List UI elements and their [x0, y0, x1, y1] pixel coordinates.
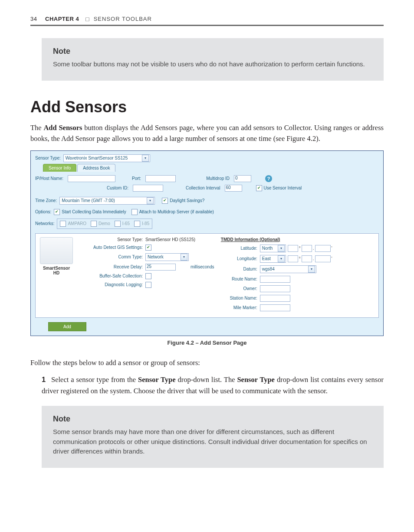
add-button[interactable]: Add: [48, 322, 86, 331]
mile-marker-input[interactable]: [260, 304, 290, 311]
use-sensor-interval-checkbox[interactable]: [256, 185, 262, 191]
options-label: Options:: [35, 209, 51, 214]
help-icon[interactable]: ?: [265, 175, 272, 182]
step1-text-a: Select a sensor type from the: [51, 375, 138, 384]
sensor-image-icon: [40, 237, 73, 264]
minute-symbol: .: [313, 246, 314, 251]
time-zone-label: Time Zone:: [35, 198, 57, 203]
route-name-label: Route Name:: [221, 277, 257, 281]
comm-type-value: Network: [148, 255, 164, 259]
use-sensor-interval-label: Use Sensor Interval: [264, 186, 302, 190]
sensor-type-label: Sensor Type:: [35, 156, 61, 160]
separator-icon: ◻: [85, 16, 90, 22]
network-label: Demo: [99, 221, 110, 226]
multidrop-input[interactable]: 0: [234, 175, 251, 182]
auto-detect-label: Auto Detect GIS Settings:: [80, 245, 143, 250]
network-label: I-65: [122, 221, 130, 226]
lat-sec-input[interactable]: [315, 245, 331, 252]
lon-deg-input[interactable]: [288, 255, 298, 262]
collection-interval-label: Collection Interval: [186, 186, 220, 190]
figure-caption: Figure 4.2 – Add Sensor Page: [30, 339, 384, 346]
comm-type-label: Comm Type:: [80, 255, 143, 259]
attach-multidrop-label: Attach to Multidrop Server (if available…: [139, 209, 214, 214]
note-body: Some sensor brands may have more than on…: [53, 427, 372, 457]
chevron-down-icon: [308, 266, 315, 273]
latitude-label: Latitude:: [221, 246, 257, 251]
second-symbol: ': [332, 256, 332, 261]
comm-type-dropdown[interactable]: Network: [145, 253, 189, 261]
sensor-type-dropdown[interactable]: Wavetronix SmartSensor SS125: [63, 154, 150, 162]
custom-id-input[interactable]: [133, 185, 163, 192]
sensor-detail-panel: SmartSensor HD Sensor Type:SmartSensor H…: [35, 233, 379, 318]
port-label: Port:: [132, 176, 141, 181]
receive-delay-input[interactable]: 25: [145, 264, 176, 271]
daylight-checkbox[interactable]: [162, 198, 168, 204]
step-1: 1Select a sensor type from the Sensor Ty…: [42, 374, 384, 396]
second-symbol: ': [332, 246, 332, 251]
note-title: Note: [53, 415, 372, 424]
sensor-thumbnail: SmartSensor HD: [39, 237, 74, 314]
start-collecting-checkbox[interactable]: [54, 209, 60, 215]
chapter-title: SENSOR TOOLBAR: [94, 16, 152, 22]
station-name-input[interactable]: [260, 295, 290, 302]
network-checkbox[interactable]: [134, 221, 140, 227]
route-name-input[interactable]: [260, 276, 290, 283]
note-block: Note Some sensor brands may have more th…: [42, 406, 384, 468]
time-zone-dropdown[interactable]: Mountain Time (GMT -7:00): [59, 197, 155, 205]
datum-value: wgs84: [262, 267, 275, 271]
diag-log-checkbox[interactable]: [145, 282, 151, 288]
tab-sensor-info[interactable]: Sensor Info: [43, 164, 76, 172]
page-header: 34 CHAPTER 4 ◻ SENSOR TOOLBAR: [30, 16, 384, 26]
ip-label: IP/Host Name:: [35, 176, 63, 181]
network-checkbox[interactable]: [115, 221, 121, 227]
step-number: 1: [42, 374, 51, 385]
step1-bold-b: Sensor Type: [138, 375, 176, 384]
lon-sec-input[interactable]: [315, 255, 331, 262]
follow-paragraph: Follow the steps below to add a sensor o…: [30, 357, 384, 369]
panel-sensor-type-value: SmartSensor HD (SS125): [145, 237, 195, 242]
chevron-down-icon: [278, 245, 285, 252]
custom-id-label: Custom ID:: [107, 186, 128, 190]
lat-deg-input[interactable]: [288, 245, 298, 252]
thumb-name-line1: SmartSensor: [39, 266, 74, 271]
longitude-dir-dropdown[interactable]: East: [260, 255, 286, 263]
chapter-label: CHAPTER 4: [45, 16, 79, 22]
intro-paragraph: The Add Sensors button displays the Add …: [30, 122, 384, 144]
step1-text-c: drop-down list. The: [176, 375, 237, 384]
time-zone-value: Mountain Time (GMT -7:00): [62, 198, 115, 203]
lat-min-input[interactable]: [302, 245, 312, 252]
datum-dropdown[interactable]: wgs84: [260, 265, 316, 273]
sensor-type-value: Wavetronix SmartSensor SS125: [66, 156, 128, 160]
buffer-safe-checkbox[interactable]: [145, 273, 151, 279]
add-sensor-screenshot: Sensor Type: Wavetronix SmartSensor SS12…: [30, 150, 384, 336]
owner-input[interactable]: [260, 285, 290, 292]
diag-log-label: Diagnostic Logging:: [80, 282, 143, 287]
longitude-label: Longitude:: [221, 256, 257, 261]
attach-multidrop-checkbox[interactable]: [131, 209, 138, 215]
lon-min-input[interactable]: [302, 255, 312, 262]
minute-symbol: .: [313, 256, 314, 261]
network-checkbox[interactable]: [60, 221, 66, 227]
chevron-down-icon: [142, 155, 149, 162]
networks-label: Networks:: [35, 221, 54, 226]
daylight-label: Daylight Savings?: [170, 198, 204, 203]
network-checkbox[interactable]: [91, 221, 97, 227]
tab-address-book[interactable]: Address Book: [77, 164, 115, 172]
step1-bold-d: Sensor Type: [237, 375, 275, 384]
tmdd-title: TMDD Information (Optional): [221, 237, 375, 242]
page-title: Add Sensors: [30, 98, 384, 116]
chevron-down-icon: [147, 197, 154, 204]
longitude-dir-value: East: [262, 256, 271, 261]
mile-marker-label: Mile Marker:: [221, 305, 257, 310]
auto-detect-checkbox[interactable]: [145, 245, 151, 251]
note-block: Note Some toolbar buttons may not be vis…: [42, 38, 384, 81]
buffer-safe-label: Buffer-Safe Collection:: [80, 274, 143, 278]
chevron-down-icon: [278, 255, 285, 262]
multidrop-label: Multidrop ID: [206, 176, 230, 181]
latitude-dir-dropdown[interactable]: North: [260, 245, 286, 252]
collection-interval-input[interactable]: 60: [225, 185, 242, 192]
panel-sensor-type-label: Sensor Type:: [80, 237, 143, 242]
port-input[interactable]: [145, 175, 176, 182]
start-collecting-label: Start Collecting Data Immediately: [62, 209, 126, 214]
ip-input[interactable]: [68, 175, 115, 182]
